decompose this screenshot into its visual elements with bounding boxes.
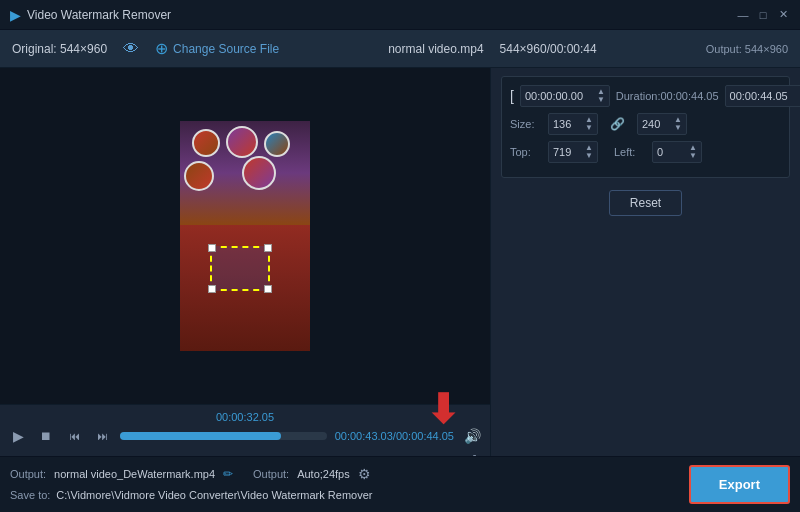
progress-bar-fill — [120, 432, 281, 440]
handle-top-left[interactable] — [208, 244, 216, 252]
left-down[interactable]: ▼ — [689, 152, 697, 160]
output-filename: normal video_DeWatermark.mp4 — [54, 468, 215, 480]
eye-icon[interactable]: 👁 — [123, 40, 139, 58]
app-title: Video Watermark Remover — [27, 8, 171, 22]
start-time-value: 00:00:00.00 — [525, 90, 595, 102]
top-spinners[interactable]: ▲ ▼ — [585, 144, 593, 160]
titlebar-controls: — □ ✕ — [736, 8, 790, 22]
app-icon: ▶ — [10, 7, 21, 23]
output-row: Output: normal video_DeWatermark.mp4 ✏ O… — [10, 466, 790, 482]
output-settings-gear-icon[interactable]: ⚙ — [358, 466, 371, 482]
change-source-button[interactable]: ⊕ Change Source File — [155, 39, 279, 58]
output-dimension-label: Output: 544×960 — [706, 43, 788, 55]
video-frame — [180, 121, 310, 351]
topbar: Original: 544×960 👁 ⊕ Change Source File… — [0, 30, 800, 68]
stop-button[interactable]: ⏹ — [36, 426, 56, 446]
width-spinners[interactable]: ▲ ▼ — [585, 116, 593, 132]
left-spinners[interactable]: ▲ ▼ — [689, 144, 697, 160]
width-value: 136 — [553, 118, 583, 130]
plus-circle-icon: ⊕ — [155, 39, 168, 58]
watermark-selection-box[interactable] — [210, 246, 270, 291]
width-down[interactable]: ▼ — [585, 124, 593, 132]
progress-bar[interactable] — [120, 432, 327, 440]
width-input[interactable]: 136 ▲ ▼ — [548, 113, 598, 135]
play-button[interactable]: ▶ — [8, 426, 28, 446]
height-down[interactable]: ▼ — [674, 124, 682, 132]
file-dimensions: 544×960/00:00:44 — [500, 42, 597, 56]
edit-filename-icon[interactable]: ✏ — [223, 467, 233, 481]
output-settings-label: Output: — [253, 468, 289, 480]
close-button[interactable]: ✕ — [776, 8, 790, 22]
output-label: Output: — [10, 468, 46, 480]
position-row: Top: 719 ▲ ▼ Left: 0 ▲ ▼ — [510, 141, 781, 163]
end-time-value: 00:00:44.05 — [730, 90, 800, 102]
bottombar: Output: normal video_DeWatermark.mp4 ✏ O… — [0, 456, 800, 512]
file-info: normal video.mp4 544×960/00:00:44 — [295, 42, 690, 56]
top-label: Top: — [510, 146, 540, 158]
end-time-input[interactable]: 00:00:44.05 ▲ ▼ — [725, 85, 800, 107]
right-panel: [ 00:00:00.00 ▲ ▼ Duration:00:00:44.05 0… — [490, 68, 800, 512]
output-settings-value: Auto;24fps — [297, 468, 350, 480]
arrow-down-icon: ⬇ — [426, 386, 460, 432]
save-path: C:\Vidmore\Vidmore Video Converter\Video… — [56, 489, 764, 501]
handle-bottom-left[interactable] — [208, 285, 216, 293]
save-row: Save to: C:\Vidmore\Vidmore Video Conver… — [10, 486, 790, 504]
height-spinners[interactable]: ▲ ▼ — [674, 116, 682, 132]
filename: normal video.mp4 — [388, 42, 483, 56]
titlebar: ▶ Video Watermark Remover — □ ✕ — [0, 0, 800, 30]
minimize-button[interactable]: — — [736, 8, 750, 22]
frame-forward-button[interactable]: ⏭ — [92, 426, 112, 446]
save-to-label: Save to: — [10, 489, 50, 501]
handle-top-right[interactable] — [264, 244, 272, 252]
start-time-down[interactable]: ▼ — [597, 96, 605, 104]
size-label: Size: — [510, 118, 540, 130]
start-time-spinners[interactable]: ▲ ▼ — [597, 88, 605, 104]
maximize-button[interactable]: □ — [756, 8, 770, 22]
video-image — [180, 121, 310, 351]
reset-button[interactable]: Reset — [609, 190, 682, 216]
top-input[interactable]: 719 ▲ ▼ — [548, 141, 598, 163]
current-time: 00:00:43.03 — [335, 430, 393, 442]
size-row: Size: 136 ▲ ▼ 🔗 240 ▲ ▼ — [510, 113, 781, 135]
main-content: 00:00:32.05 ▶ ⏹ ⏮ ⏭ 00:00:43.03/00:00:44… — [0, 68, 800, 512]
left-value: 0 — [657, 146, 687, 158]
original-dimension-label: Original: 544×960 — [12, 42, 107, 56]
duration-label: Duration:00:00:44.05 — [616, 90, 719, 102]
height-input[interactable]: 240 ▲ ▼ — [637, 113, 687, 135]
change-source-label: Change Source File — [173, 42, 279, 56]
time-range-row: [ 00:00:00.00 ▲ ▼ Duration:00:00:44.05 0… — [510, 85, 781, 107]
handle-bottom-right[interactable] — [264, 285, 272, 293]
bracket-left: [ — [510, 88, 514, 104]
export-button[interactable]: Export — [689, 465, 790, 504]
video-preview — [0, 68, 490, 404]
height-value: 240 — [642, 118, 672, 130]
left-label: Left: — [614, 146, 644, 158]
top-value: 719 — [553, 146, 583, 158]
link-dimensions-icon[interactable]: 🔗 — [610, 117, 625, 131]
titlebar-left: ▶ Video Watermark Remover — [10, 7, 171, 23]
current-time-display: 00:00:32.05 — [8, 411, 482, 423]
start-time-input[interactable]: 00:00:00.00 ▲ ▼ — [520, 85, 610, 107]
time-settings-panel: [ 00:00:00.00 ▲ ▼ Duration:00:00:44.05 0… — [501, 76, 790, 178]
frame-back-button[interactable]: ⏮ — [64, 426, 84, 446]
left-input[interactable]: 0 ▲ ▼ — [652, 141, 702, 163]
playback-controls: ▶ ⏹ ⏮ ⏭ 00:00:43.03/00:00:44.05 🔊 — [8, 426, 482, 446]
left-panel: 00:00:32.05 ▶ ⏹ ⏮ ⏭ 00:00:43.03/00:00:44… — [0, 68, 490, 512]
volume-icon[interactable]: 🔊 — [462, 426, 482, 446]
top-down[interactable]: ▼ — [585, 152, 593, 160]
